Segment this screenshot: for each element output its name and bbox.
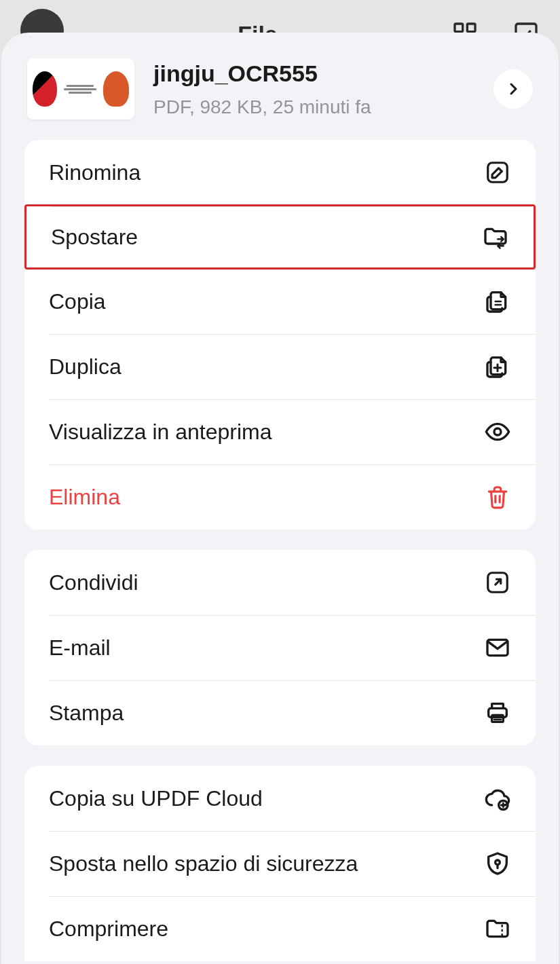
eye-icon bbox=[484, 418, 511, 445]
cloud-row[interactable]: Copia su UPDF Cloud bbox=[24, 766, 536, 831]
secure-label: Sposta nello spazio di sicurezza bbox=[49, 851, 358, 876]
thumbnail-graphic-right bbox=[103, 71, 129, 107]
printer-icon bbox=[484, 699, 511, 726]
share-label: Condividi bbox=[49, 570, 138, 595]
action-sheet: jingju_OCR555 PDF, 982 KB, 25 minuti fa … bbox=[1, 33, 559, 964]
cloud-add-icon bbox=[484, 785, 511, 812]
secure-row[interactable]: Sposta nello spazio di sicurezza bbox=[24, 831, 536, 896]
duplicate-label: Duplica bbox=[49, 354, 122, 379]
share-row[interactable]: Condividi bbox=[24, 550, 536, 615]
chevron-right-icon bbox=[505, 81, 521, 97]
cloud-label: Copia su UPDF Cloud bbox=[49, 786, 263, 811]
preview-label: Visualizza in anteprima bbox=[49, 420, 272, 445]
duplicate-row[interactable]: Duplica bbox=[24, 334, 536, 399]
print-row[interactable]: Stampa bbox=[24, 680, 536, 745]
svg-rect-5 bbox=[488, 163, 508, 183]
svg-rect-0 bbox=[455, 24, 463, 32]
compress-row[interactable]: Comprimere bbox=[24, 896, 536, 961]
move-row[interactable]: Spostare bbox=[24, 204, 536, 270]
thumbnail-text bbox=[57, 85, 103, 94]
file-info: jingju_OCR555 PDF, 982 KB, 25 minuti fa bbox=[153, 60, 474, 118]
mail-icon bbox=[484, 634, 511, 661]
file-thumbnail bbox=[27, 58, 134, 119]
delete-label: Elimina bbox=[49, 485, 120, 510]
share-section: Condividi E-mail Stampa bbox=[24, 550, 536, 745]
trash-icon bbox=[484, 483, 511, 511]
external-link-icon bbox=[484, 569, 511, 596]
shield-lock-icon bbox=[484, 850, 511, 877]
file-details-button[interactable] bbox=[493, 69, 533, 109]
preview-row[interactable]: Visualizza in anteprima bbox=[24, 399, 536, 464]
folder-move-icon bbox=[482, 223, 509, 251]
rename-row[interactable]: Rinomina bbox=[24, 140, 536, 205]
email-label: E-mail bbox=[49, 635, 111, 661]
file-header[interactable]: jingju_OCR555 PDF, 982 KB, 25 minuti fa bbox=[1, 58, 559, 140]
storage-section: Copia su UPDF Cloud Sposta nello spazio … bbox=[24, 766, 536, 961]
copy-icon bbox=[484, 288, 511, 315]
svg-rect-1 bbox=[467, 24, 475, 32]
copy-label: Copia bbox=[49, 289, 106, 314]
archive-icon bbox=[484, 915, 511, 942]
rename-label: Rinomina bbox=[49, 160, 141, 185]
edit-icon bbox=[484, 159, 511, 186]
svg-rect-10 bbox=[492, 715, 504, 722]
compress-label: Comprimere bbox=[49, 916, 168, 942]
thumbnail-graphic-left bbox=[33, 71, 57, 107]
email-row[interactable]: E-mail bbox=[24, 615, 536, 680]
print-label: Stampa bbox=[49, 701, 124, 726]
delete-row[interactable]: Elimina bbox=[24, 464, 536, 530]
move-label: Spostare bbox=[51, 225, 138, 250]
file-meta: PDF, 982 KB, 25 minuti fa bbox=[153, 96, 474, 118]
copy-row[interactable]: Copia bbox=[24, 269, 536, 334]
file-actions-section: Rinomina Spostare Copia Duplica Visualiz… bbox=[24, 140, 536, 530]
duplicate-icon bbox=[484, 353, 511, 380]
svg-point-6 bbox=[494, 428, 501, 435]
file-name: jingju_OCR555 bbox=[153, 60, 474, 87]
